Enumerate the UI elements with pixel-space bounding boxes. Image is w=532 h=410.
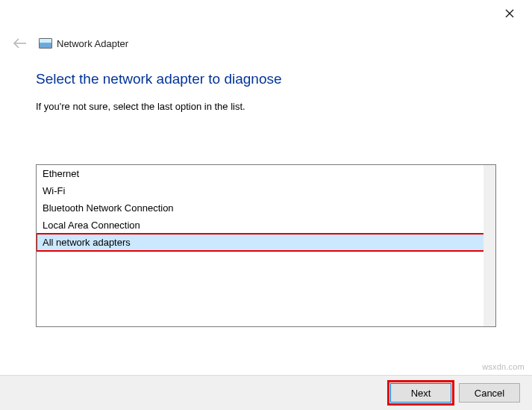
adapter-listbox[interactable]: Ethernet Wi-Fi Bluetooth Network Connect… xyxy=(36,164,496,327)
close-icon xyxy=(505,9,514,18)
cancel-button[interactable]: Cancel xyxy=(459,383,520,403)
wizard-footer: Next Cancel xyxy=(0,375,532,410)
network-adapter-icon xyxy=(39,38,52,49)
titlebar xyxy=(0,0,532,27)
watermark: wsxdn.com xyxy=(482,362,525,371)
close-button[interactable] xyxy=(493,3,526,24)
window-title: Network Adapter xyxy=(57,38,128,49)
list-item-selected[interactable]: All network adapters xyxy=(37,234,486,251)
list-item-label: Local Area Connection xyxy=(43,220,140,231)
content-area: Select the network adapter to diagnose I… xyxy=(0,52,532,327)
list-item[interactable]: Local Area Connection xyxy=(37,217,484,234)
list-item-label: Ethernet xyxy=(43,168,79,179)
list-item[interactable]: Ethernet xyxy=(37,165,484,182)
app-title-group: Network Adapter xyxy=(39,38,128,49)
back-button xyxy=(12,35,28,52)
next-button[interactable]: Next xyxy=(390,383,451,403)
list-item[interactable]: Bluetooth Network Connection xyxy=(37,199,484,217)
list-item-label: Wi-Fi xyxy=(43,185,65,196)
list-item-label: All network adapters xyxy=(43,237,131,248)
list-item[interactable]: Wi-Fi xyxy=(37,182,484,199)
arrow-left-icon xyxy=(13,38,28,49)
list-item-label: Bluetooth Network Connection xyxy=(43,202,174,214)
page-heading: Select the network adapter to diagnose xyxy=(36,71,496,87)
scrollbar-track[interactable] xyxy=(484,165,495,326)
page-subtext: If you're not sure, select the last opti… xyxy=(36,101,496,112)
header-bar: Network Adapter xyxy=(0,27,532,52)
